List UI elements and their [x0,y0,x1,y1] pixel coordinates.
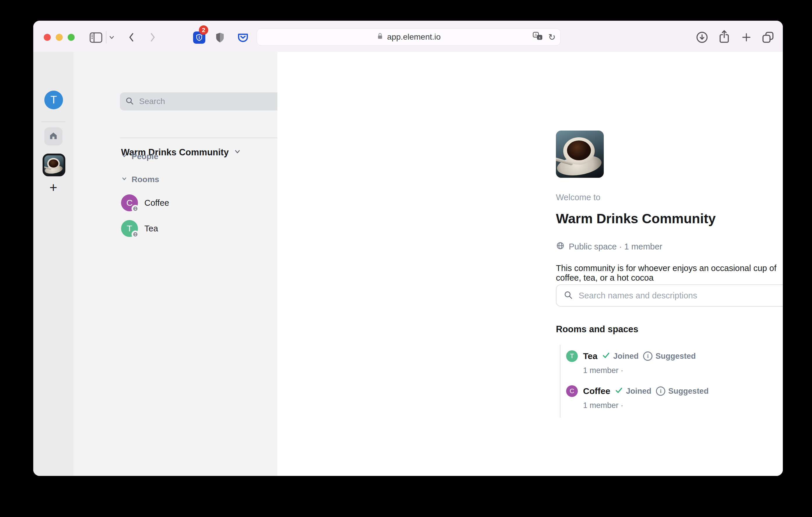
room-name: Tea [583,351,597,361]
hierarchy-search[interactable] [556,284,783,307]
space-avatar-selected[interactable] [42,154,65,176]
lock-icon [377,32,383,42]
suggested-badge: i Suggested [656,387,708,396]
home-button[interactable] [44,127,62,145]
zoom-window-button[interactable] [68,34,75,41]
element-app: T + ⚙ [33,52,783,476]
browser-window: 2 app.element.io Ax ↻ [33,21,783,476]
chevron-down-icon [121,176,127,183]
address-bar[interactable]: app.element.io Ax ↻ [257,28,560,46]
space-home-panel: Spaces are a new feature. Give feedback.… [278,52,783,476]
room-name: Coffee [583,386,610,396]
welcome-label: Welcome to [556,193,601,202]
globe-icon [556,241,565,252]
coffee-photo [44,155,64,175]
home-icon [49,131,58,142]
downloads-icon[interactable] [695,31,709,45]
people-section-label: People [132,152,158,161]
public-globe-icon [132,231,139,238]
reload-icon[interactable]: ↻ [548,32,556,42]
space-meta: Public space · 1 member [556,241,662,252]
rooms-section-label: Rooms [132,175,159,184]
chevron-down-icon [121,153,127,160]
back-button[interactable] [126,31,137,44]
info-icon: i [656,387,665,396]
sidebar-toggle-icon[interactable] [89,32,103,44]
create-space-button[interactable]: + [33,180,74,195]
hierarchy-search-input[interactable] [578,291,783,301]
browser-toolbar: 2 app.element.io Ax ↻ [33,21,783,52]
space-avatar-image[interactable] [556,130,604,178]
rooms-and-spaces-heading: Rooms and spaces [556,324,638,335]
url-text: app.element.io [387,32,441,42]
translate-icon[interactable]: Ax [532,31,543,43]
room-avatar: C [121,194,138,211]
toolbar-separator [106,31,107,43]
check-icon [615,386,623,396]
sidebar-room-coffee[interactable]: C Coffee [121,194,169,211]
new-tab-icon[interactable] [740,31,753,44]
joined-badge: Joined [602,351,638,361]
spaces-rail: T + ⚙ [33,52,74,476]
joined-badge: Joined [615,386,651,396]
shield-extension-icon[interactable] [213,31,226,45]
page-title: Warm Drinks Community [556,211,716,226]
space-meta-text: Public space · 1 member [569,242,662,251]
rail-divider [41,122,65,122]
sidebar-search-input[interactable] [139,96,280,107]
room-name: Coffee [144,198,169,208]
coffee-photo [556,130,604,178]
user-avatar[interactable]: T [44,91,63,109]
minimize-window-button[interactable] [56,34,63,41]
public-globe-icon [132,205,139,212]
space-description: This community is for whoever enjoys an … [556,264,783,283]
pocket-extension-icon[interactable] [237,32,249,44]
room-name: Tea [144,224,158,234]
room-member-count: 1 member · [583,366,783,375]
hierarchy-tree-line [560,345,560,418]
extension-badge: 2 [199,25,208,35]
check-icon [602,351,610,361]
svg-text:x: x [539,35,541,40]
room-list-sidebar: ⌘ K Warm Drinks Community + People + [74,52,278,476]
search-icon [563,290,573,301]
info-icon: i [643,352,652,361]
suggested-badge: i Suggested [643,352,696,361]
hierarchy-row-coffee[interactable]: C Coffee Joined i Suggested 1 [566,385,783,410]
sidebar-menu-chevron-icon[interactable] [108,35,116,42]
room-avatar: T [566,350,578,362]
desktop-background: 2 app.element.io Ax ↻ [0,0,812,517]
svg-text:A: A [534,33,537,37]
search-icon [125,96,134,107]
sidebar-room-tea[interactable]: T Tea [121,220,158,237]
close-window-button[interactable] [44,34,51,41]
room-avatar: T [121,220,138,237]
room-avatar: C [566,385,578,397]
forward-button[interactable] [148,31,157,44]
room-member-count: 1 member · [583,401,783,410]
hierarchy-row-tea[interactable]: T Tea Joined i Suggested 1 mem [566,350,783,375]
share-icon[interactable] [717,29,731,45]
tab-overview-icon[interactable] [761,30,775,45]
